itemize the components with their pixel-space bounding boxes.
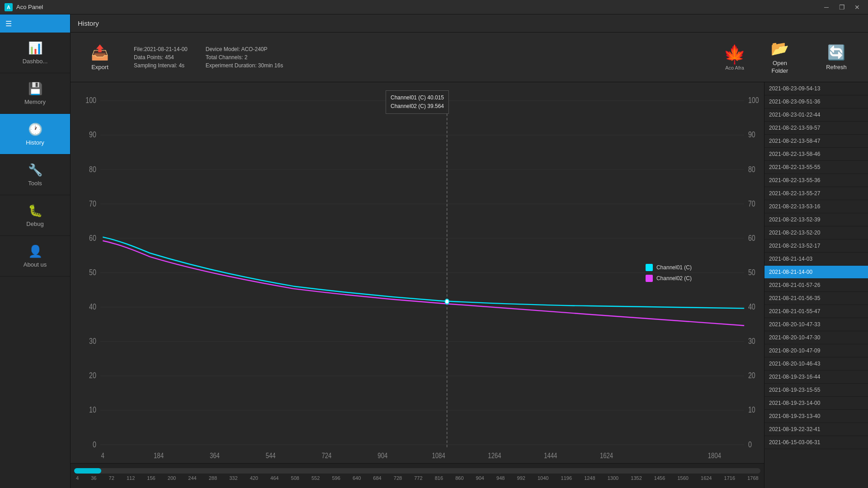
open-folder-button[interactable]: 📂 OpenFolder <box>755 39 805 75</box>
export-label: Export <box>91 64 108 70</box>
legend-color-ch1 <box>646 264 653 271</box>
sidebar-item-tools-label: Tools <box>28 180 42 187</box>
svg-text:0: 0 <box>93 440 96 449</box>
chart-legend: Channel01 (C) Channel02 (C) <box>646 264 692 282</box>
history-item[interactable]: 2021-08-22-13-55-55 <box>764 161 868 174</box>
page-title: History <box>78 19 99 27</box>
history-item[interactable]: 2021-08-20-10-47-09 <box>764 344 868 357</box>
svg-text:30: 30 <box>89 337 96 346</box>
svg-text:20: 20 <box>89 371 96 380</box>
open-folder-icon: 📂 <box>771 40 789 57</box>
history-item[interactable]: 2021-08-22-13-55-36 <box>764 174 868 187</box>
toolbar: 📤 Export File:2021-08-21-14-00 Data Poin… <box>71 33 868 82</box>
chart-svg-wrapper[interactable]: Channel01 (C) 40.015 Channel02 (C) 39.56… <box>71 82 764 463</box>
maximize-button[interactable]: ❐ <box>835 2 848 12</box>
history-item[interactable]: 2021-08-22-13-55-27 <box>764 187 868 200</box>
sidebar-item-memory[interactable]: 💾 Memory <box>0 73 70 114</box>
sidebar-item-dashboard-label: Dashbo... <box>23 58 48 65</box>
history-item[interactable]: 2021-08-23-01-22-44 <box>764 108 868 122</box>
svg-text:60: 60 <box>89 233 96 242</box>
svg-text:100: 100 <box>85 96 96 105</box>
scrollbar-thumb[interactable] <box>74 468 101 474</box>
svg-text:364: 364 <box>210 452 220 460</box>
svg-text:90: 90 <box>748 130 755 139</box>
logo-text: Aco Afra <box>725 65 744 70</box>
refresh-icon: 🔄 <box>827 44 845 61</box>
history-item[interactable]: 2021-08-21-01-56-35 <box>764 292 868 305</box>
svg-text:30: 30 <box>748 337 755 346</box>
close-button[interactable]: ✕ <box>851 2 863 12</box>
device-model: Device Model: ACO-240P <box>206 46 283 52</box>
history-item[interactable]: 2021-08-22-13-52-17 <box>764 239 868 253</box>
svg-text:50: 50 <box>748 267 755 277</box>
logo-area: 🍁 Aco Afra <box>723 44 746 70</box>
history-item[interactable]: 2021-08-20-10-47-30 <box>764 331 868 344</box>
history-item[interactable]: 2021-08-21-14-00 <box>764 266 868 279</box>
history-item[interactable]: 2021-08-23-09-51-36 <box>764 95 868 108</box>
history-item[interactable]: 2021-08-22-13-52-20 <box>764 226 868 239</box>
about-icon: 👤 <box>28 244 42 258</box>
refresh-button[interactable]: 🔄 Refresh <box>814 39 859 75</box>
memory-icon: 💾 <box>28 82 42 96</box>
svg-text:70: 70 <box>89 199 96 208</box>
sidebar-item-history-label: History <box>26 139 44 146</box>
history-item[interactable]: 2021-08-22-13-58-47 <box>764 135 868 148</box>
scrollbar-area: 4 36 72 112 156 200 244 288 332 420 464 … <box>71 463 764 488</box>
svg-text:80: 80 <box>89 164 96 174</box>
history-item[interactable]: 2021-08-22-13-59-57 <box>764 122 868 135</box>
scrollbar-track[interactable] <box>74 468 760 474</box>
history-item[interactable]: 2021-08-19-23-15-55 <box>764 384 868 397</box>
sidebar-header: ☰ <box>0 14 70 33</box>
sidebar-item-dashboard[interactable]: 📊 Dashbo... <box>0 33 70 73</box>
history-item[interactable]: 2021-08-21-01-57-26 <box>764 279 868 292</box>
sidebar-item-about[interactable]: 👤 About us <box>0 236 70 277</box>
legend-label-ch2: Channel02 (C) <box>656 275 692 282</box>
history-item[interactable]: 2021-08-19-23-13-40 <box>764 410 868 423</box>
dashboard-icon: 📊 <box>28 41 42 55</box>
svg-text:1624: 1624 <box>600 452 613 460</box>
history-item[interactable]: 2021-08-21-14-03 <box>764 253 868 266</box>
history-item[interactable]: 2021-08-22-13-53-16 <box>764 200 868 213</box>
sidebar: ☰ 📊 Dashbo... 💾 Memory 🕐 History 🔧 Tools… <box>0 14 71 488</box>
minimize-button[interactable]: ─ <box>820 2 833 12</box>
svg-text:50: 50 <box>89 267 96 277</box>
svg-text:90: 90 <box>89 130 96 139</box>
history-item[interactable]: 2021-08-19-22-32-41 <box>764 423 868 436</box>
chart-list-area: Channel01 (C) 40.015 Channel02 (C) 39.56… <box>71 82 868 488</box>
legend-item-ch1: Channel01 (C) <box>646 264 692 271</box>
history-item[interactable]: 2021-08-19-23-16-44 <box>764 371 868 384</box>
sidebar-item-history[interactable]: 🕐 History <box>0 114 70 155</box>
svg-text:904: 904 <box>377 452 387 460</box>
legend-color-ch2 <box>646 275 653 282</box>
sidebar-item-tools[interactable]: 🔧 Tools <box>0 155 70 195</box>
svg-text:70: 70 <box>748 199 755 208</box>
sidebar-item-debug[interactable]: 🐛 Debug <box>0 195 70 236</box>
debug-icon: 🐛 <box>28 204 42 218</box>
content-area: History 📤 Export File:2021-08-21-14-00 D… <box>71 14 868 488</box>
history-item[interactable]: 2021-08-22-13-58-46 <box>764 148 868 161</box>
device-info: Device Model: ACO-240P Total Channels: 2… <box>206 46 283 69</box>
file-info: File:2021-08-21-14-00 Data Points: 454 S… <box>134 46 188 69</box>
titlebar: A Aco Panel ─ ❐ ✕ <box>0 0 868 14</box>
history-item[interactable]: 2021-08-20-10-46-43 <box>764 357 868 371</box>
app-title: Aco Panel <box>16 4 43 10</box>
history-item[interactable]: 2021-08-20-10-47-33 <box>764 318 868 331</box>
open-folder-label: OpenFolder <box>772 60 788 75</box>
history-list[interactable]: 2021-08-23-09-54-132021-08-23-09-51-3620… <box>764 82 868 488</box>
history-item[interactable]: 2021-08-21-01-55-47 <box>764 305 868 318</box>
svg-text:1084: 1084 <box>432 452 445 460</box>
export-button[interactable]: 📤 Export <box>80 39 120 75</box>
svg-text:20: 20 <box>748 371 755 380</box>
menu-icon[interactable]: ☰ <box>5 19 12 28</box>
export-icon: 📤 <box>91 44 109 61</box>
history-item[interactable]: 2021-06-15-03-06-31 <box>764 436 868 449</box>
svg-text:4: 4 <box>101 452 104 460</box>
content-header: History <box>71 14 868 33</box>
history-item[interactable]: 2021-08-23-09-54-13 <box>764 82 868 95</box>
experiment-duration: Experiment Duration: 30min 16s <box>206 62 283 69</box>
time-axis-labels: 4 36 72 112 156 200 244 288 332 420 464 … <box>71 474 764 481</box>
svg-text:184: 184 <box>154 452 164 460</box>
history-item[interactable]: 2021-08-22-13-52-39 <box>764 213 868 226</box>
history-item[interactable]: 2021-08-19-23-14-00 <box>764 397 868 410</box>
svg-text:0: 0 <box>748 440 752 449</box>
